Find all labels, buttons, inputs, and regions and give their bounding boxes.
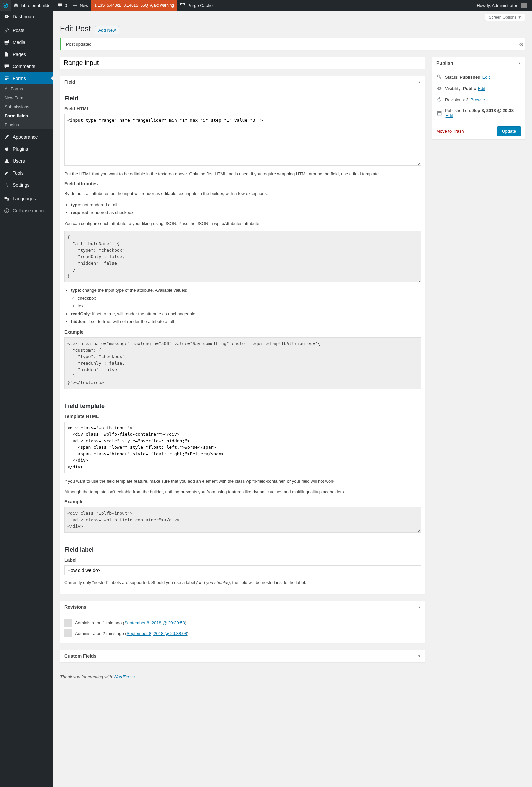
- field-attributes-heading: Field attributes: [64, 181, 421, 186]
- submenu-plugins[interactable]: Plugins: [0, 120, 53, 129]
- site-name-link[interactable]: Libreformbuilder: [10, 0, 55, 10]
- edit-date-link[interactable]: Edit: [446, 113, 453, 118]
- menu-label: Posts: [13, 28, 24, 33]
- revisions-metabox-header[interactable]: Revisions▲: [60, 601, 425, 613]
- chevron-up-icon[interactable]: ▲: [418, 80, 421, 84]
- menu-label: Forms: [13, 76, 26, 81]
- field-metabox: Field▲ Field Field HTML <input type="ran…: [60, 76, 425, 594]
- custom-fields-title: Custom Fields: [64, 653, 96, 659]
- qm-ajax: Ajax: warning: [150, 3, 174, 8]
- post-title-input[interactable]: [60, 57, 425, 69]
- revision-link[interactable]: September 8, 2018 @ 20:39:58: [124, 620, 185, 625]
- menu-label: Settings: [13, 182, 30, 188]
- edit-visibility-link[interactable]: Edit: [478, 86, 485, 91]
- attr-required-note: required: rendered as checkbox: [71, 209, 421, 216]
- plug-icon: [3, 146, 10, 152]
- submenu-all-forms[interactable]: All Forms: [0, 84, 53, 93]
- menu-dashboard[interactable]: Dashboard: [0, 10, 53, 23]
- attr-readonly-note: readOnly: if set to true, will render th…: [71, 310, 421, 318]
- menu-settings[interactable]: Settings: [0, 179, 53, 191]
- visibility-icon: [436, 85, 442, 91]
- field-html-textarea[interactable]: <input type="range" name="rangeslider" m…: [64, 114, 421, 166]
- example-heading: Example: [64, 329, 421, 335]
- forms-submenu: All Forms New Form Submissions Form fiel…: [0, 84, 53, 129]
- attr-value-text: text: [78, 302, 421, 310]
- publish-visibility-row: Visibility: Public Edit: [432, 83, 525, 94]
- example-code: <textarea name="message" maxlength="500"…: [64, 337, 421, 389]
- menu-comments[interactable]: Comments: [0, 60, 53, 72]
- menu-label: Plugins: [13, 146, 28, 152]
- add-new-button[interactable]: Add New: [95, 26, 120, 34]
- label-field-label: Label: [64, 557, 421, 563]
- menu-label: Tools: [13, 170, 24, 176]
- template-section-heading: Field template: [64, 403, 421, 410]
- field-metabox-header[interactable]: Field▲: [60, 76, 425, 88]
- dismiss-notice-button[interactable]: ⊗: [519, 41, 523, 47]
- svg-point-3: [7, 186, 8, 187]
- menu-plugins[interactable]: Plugins: [0, 143, 53, 155]
- menu-appearance[interactable]: Appearance: [0, 131, 53, 143]
- field-section-heading: Field: [64, 95, 421, 102]
- footer-thanks: Thank you for creating with WordPress.: [60, 674, 425, 679]
- revisions-metabox-title: Revisions: [64, 604, 86, 610]
- qm-queries: 56Q: [140, 3, 148, 8]
- query-monitor[interactable]: 1.13S 5,443kB 0.1461S 56Q Ajax: warning: [91, 0, 177, 10]
- menu-users[interactable]: Users: [0, 155, 53, 167]
- purge-label: Purge Cache: [187, 3, 213, 8]
- menu-label: Collapse menu: [13, 208, 44, 213]
- field-metabox-title: Field: [64, 79, 75, 85]
- wp-logo[interactable]: [0, 0, 10, 10]
- menu-tools[interactable]: Tools: [0, 167, 53, 179]
- publish-metabox-header[interactable]: Publish▲: [432, 57, 525, 69]
- publish-revisions-row: Revisions: 2 Browse: [432, 94, 525, 105]
- menu-forms[interactable]: Forms: [0, 72, 53, 84]
- revision-link[interactable]: September 8, 2018 @ 20:38:08: [127, 631, 187, 636]
- edit-status-link[interactable]: Edit: [482, 75, 490, 80]
- menu-languages[interactable]: Languages: [0, 193, 53, 205]
- comments-link[interactable]: 0: [55, 0, 70, 10]
- label-input[interactable]: [64, 565, 421, 575]
- submenu-new-form[interactable]: New Form: [0, 93, 53, 102]
- notice-updated: Post updated. ⊗: [60, 38, 525, 50]
- new-content-link[interactable]: New: [70, 0, 91, 10]
- wordpress-link[interactable]: WordPress: [113, 674, 135, 679]
- template-description-2: Although the template isn't editable fro…: [64, 489, 421, 495]
- update-button[interactable]: Update: [497, 126, 521, 136]
- account-link[interactable]: Howdy, Administrator: [474, 0, 529, 10]
- chevron-down-icon: ▼: [518, 15, 522, 20]
- key-icon: [436, 74, 442, 80]
- menu-label: Media: [13, 40, 25, 45]
- menu-label: Pages: [13, 52, 26, 57]
- page-title: Edit Post: [60, 24, 91, 33]
- menu-label: Languages: [13, 196, 36, 201]
- revision-row: Administrator, 1 min ago (September 8, 2…: [64, 617, 421, 628]
- purge-cache-link[interactable]: Purge Cache: [177, 0, 215, 10]
- pin-icon: [3, 27, 10, 34]
- submenu-form-fields[interactable]: Form fields: [0, 111, 53, 120]
- qm-mem: 5,443kB: [107, 3, 122, 8]
- chevron-up-icon[interactable]: ▲: [418, 605, 421, 609]
- svg-point-4: [5, 209, 9, 213]
- revision-row: Administrator, 2 mins ago (September 8, …: [64, 628, 421, 639]
- browse-revisions-link[interactable]: Browse: [470, 97, 485, 102]
- qm-dbtime: 0.1461S: [124, 3, 139, 8]
- screen-options-button[interactable]: Screen Options ▼: [485, 14, 525, 21]
- move-to-trash-link[interactable]: Move to Trash: [436, 129, 464, 134]
- menu-media[interactable]: Media: [0, 36, 53, 48]
- admin-menu: Dashboard Posts Media Pages Comments For…: [0, 10, 53, 787]
- qm-time: 1.13S: [94, 3, 105, 8]
- chevron-up-icon[interactable]: ▲: [518, 61, 521, 65]
- chevron-down-icon[interactable]: ▼: [418, 654, 421, 658]
- home-icon: [13, 3, 19, 8]
- template-html-textarea[interactable]: <div class="wplfb-input"> <div class="wp…: [64, 422, 421, 473]
- backup-icon: [436, 97, 442, 103]
- custom-fields-header[interactable]: Custom Fields▼: [60, 650, 425, 662]
- submenu-submissions[interactable]: Submissions: [0, 102, 53, 111]
- comment-icon: [57, 3, 63, 8]
- menu-collapse[interactable]: Collapse menu: [0, 205, 53, 217]
- publish-date-row: Published on: Sep 8, 2018 @ 20:38 Edit: [432, 105, 525, 121]
- menu-pages[interactable]: Pages: [0, 48, 53, 60]
- attr-json-example: { "attributeName": { "type": "checkbox",…: [64, 231, 421, 283]
- notice-text: Post updated.: [66, 42, 93, 47]
- menu-posts[interactable]: Posts: [0, 24, 53, 36]
